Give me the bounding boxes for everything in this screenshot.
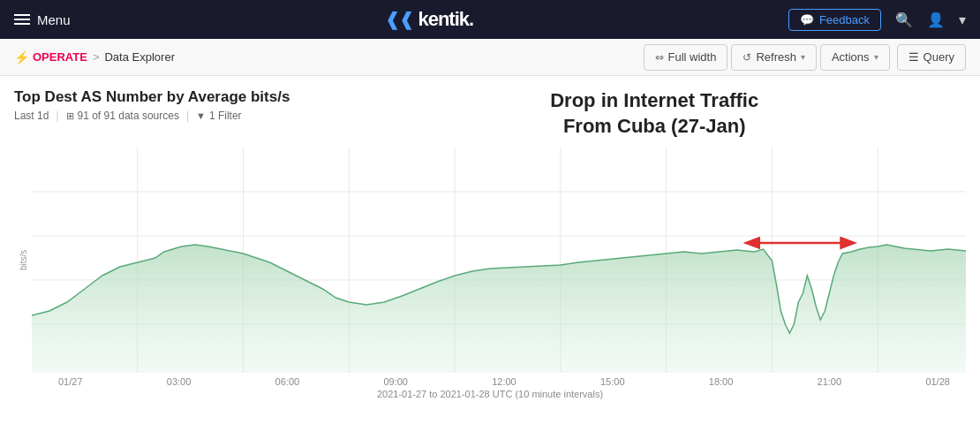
chart-meta: Top Dest AS Number by Average bits/s Las… — [14, 88, 290, 122]
y-axis-label: bits/s — [14, 148, 32, 373]
operate-link[interactable]: ⚡ OPERATE — [14, 50, 87, 64]
data-sources-icon: ⊞ — [66, 110, 74, 122]
refresh-button[interactable]: ↺ Refresh ▾ — [731, 44, 817, 71]
chart-annotation-title: Drop in Internet Traffic From Cuba (27-J… — [290, 88, 966, 139]
x-label-2: 06:00 — [275, 376, 300, 387]
x-label-7: 21:00 — [818, 376, 842, 387]
x-label-3: 09:00 — [383, 376, 408, 387]
nav-right: 💬 Feedback 🔍 👤 ▾ — [788, 9, 966, 31]
refresh-label: Refresh — [756, 50, 796, 64]
filter-info: ▼ 1 Filter — [196, 110, 242, 122]
filter-label: 1 Filter — [209, 110, 242, 122]
query-label: Query — [923, 50, 954, 64]
feedback-button[interactable]: 💬 Feedback — [788, 9, 881, 31]
x-label-0: 01/27 — [58, 376, 83, 387]
main-content: Top Dest AS Number by Average bits/s Las… — [0, 76, 980, 399]
meta-sep-1: | — [56, 110, 58, 122]
x-label-5: 15:00 — [600, 376, 625, 387]
x-label-4: 12:00 — [492, 376, 516, 387]
refresh-icon: ↺ — [743, 51, 751, 64]
breadcrumb-page: Data Explorer — [104, 50, 174, 64]
chart-header: Top Dest AS Number by Average bits/s Las… — [14, 88, 966, 139]
search-icon[interactable]: 🔍 — [895, 11, 913, 28]
meta-sep-2: | — [186, 110, 189, 122]
top-navigation: Menu ❰❰ kentik. 💬 Feedback 🔍 👤 ▾ — [0, 0, 980, 39]
x-axis: 01/27 03:00 06:00 09:00 12:00 15:00 18:0… — [14, 373, 966, 387]
full-width-icon: ⇔ — [655, 51, 664, 64]
sub-nav-actions: ⇔ Full width ↺ Refresh ▾ Actions ▾ ☰ Que… — [644, 44, 967, 71]
annotation-line2: From Cuba (27-Jan) — [563, 115, 746, 137]
nav-center: ❰❰ kentik. — [385, 8, 473, 31]
x-label-6: 18:00 — [709, 376, 734, 387]
annotation-line1: Drop in Internet Traffic — [550, 89, 758, 111]
kentik-logo: ❰❰ kentik. — [385, 8, 473, 31]
query-icon: ☰ — [908, 50, 919, 64]
breadcrumb-separator: > — [93, 50, 100, 64]
x-label-1: 03:00 — [167, 376, 192, 387]
nav-left: Menu — [14, 12, 71, 27]
x-axis-subtitle: 2021-01-27 to 2021-01-28 UTC (10 minute … — [14, 389, 966, 399]
chart-title: Top Dest AS Number by Average bits/s — [14, 88, 290, 106]
chevron-down-icon[interactable]: ▾ — [959, 11, 966, 28]
breadcrumb: ⚡ OPERATE > Data Explorer — [14, 50, 175, 64]
full-width-button[interactable]: ⇔ Full width — [644, 44, 728, 71]
sub-navigation: ⚡ OPERATE > Data Explorer ⇔ Full width ↺… — [0, 39, 980, 76]
actions-dropdown-icon: ▾ — [874, 52, 878, 62]
x-label-8: 01/28 — [925, 376, 950, 387]
meta-row: Last 1d | ⊞ 91 of 91 data sources | ▼ 1 … — [14, 110, 290, 122]
refresh-dropdown-icon: ▾ — [801, 52, 805, 62]
time-range: Last 1d — [14, 110, 49, 122]
menu-button[interactable] — [14, 14, 30, 25]
filter-icon: ▼ — [196, 110, 206, 121]
data-sources: ⊞ 91 of 91 data sources — [66, 110, 179, 122]
data-sources-label: 91 of 91 data sources — [78, 110, 179, 122]
feedback-label: Feedback — [819, 13, 870, 27]
full-width-label: Full width — [668, 50, 717, 64]
query-button[interactable]: ☰ Query — [897, 44, 966, 71]
feedback-icon: 💬 — [800, 13, 814, 27]
chart-area: bits/s — [14, 148, 966, 399]
user-icon[interactable]: 👤 — [927, 11, 945, 28]
operate-icon: ⚡ — [14, 50, 29, 64]
chart-svg — [32, 148, 966, 373]
operate-label: OPERATE — [33, 50, 87, 64]
actions-label: Actions — [832, 50, 870, 64]
menu-label: Menu — [37, 12, 71, 27]
actions-button[interactable]: Actions ▾ — [820, 44, 890, 71]
kentik-logo-text: ❰❰ kentik. — [385, 8, 473, 30]
